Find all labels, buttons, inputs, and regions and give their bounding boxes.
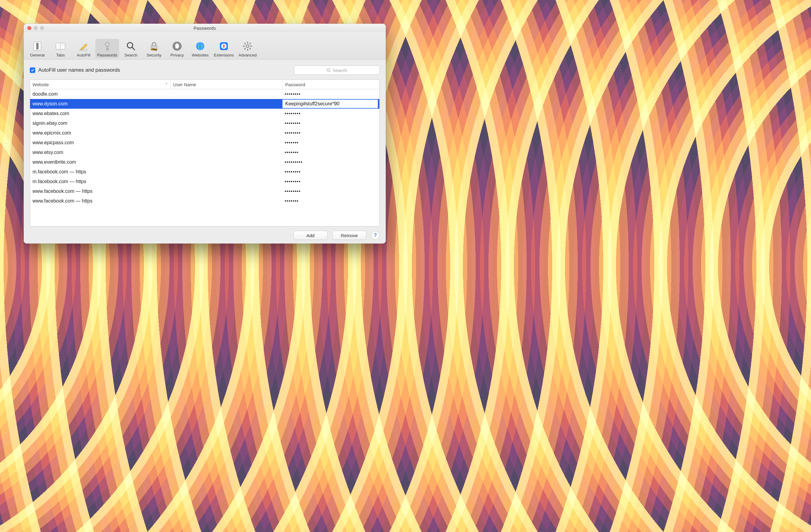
search-input[interactable]: Search — [294, 66, 380, 75]
col-website-label: Website — [32, 82, 49, 87]
tab-label: AutoFill — [77, 53, 90, 58]
cell-website: www.dyson.com — [30, 101, 170, 107]
table-row[interactable]: www.epicpass.com••••••• — [30, 138, 379, 147]
search-icon — [326, 68, 331, 72]
svg-rect-34 — [249, 48, 251, 50]
svg-marker-6 — [80, 44, 87, 50]
svg-line-37 — [330, 71, 331, 72]
autofill-checkbox-row[interactable]: AutoFill user names and passwords — [30, 67, 120, 73]
gear-icon — [242, 40, 254, 52]
cell-password: ••••••• — [282, 150, 379, 155]
svg-rect-31 — [249, 43, 251, 45]
table-row[interactable]: m.facebook.com — https•••••••• — [30, 177, 379, 186]
table-row[interactable]: www.facebook.com — https••••••• — [30, 196, 379, 206]
cell-website: www.facebook.com — https — [30, 198, 170, 204]
table-row[interactable]: doodle.com•••••••• — [30, 89, 379, 99]
tab-extensions[interactable]: Extensions — [212, 39, 236, 58]
col-website[interactable]: Website ⌃ — [30, 80, 171, 89]
tab-tabs[interactable]: —+ Tabs — [49, 39, 72, 58]
svg-rect-29 — [243, 46, 245, 47]
titlebar: Passwords — [24, 24, 386, 32]
table-row[interactable]: www.eventbrite.com••••••••• — [30, 157, 379, 167]
tab-websites[interactable]: Websites — [189, 39, 211, 58]
svg-point-36 — [327, 68, 330, 72]
window-title: Passwords — [24, 26, 386, 31]
cell-website: m.facebook.com — https — [30, 179, 170, 184]
help-button[interactable]: ? — [371, 231, 380, 239]
table-row[interactable]: www.dyson.comKeeping#stuff2secure*90 — [30, 99, 379, 109]
table-row[interactable]: www.ebates.com•••••••• — [30, 109, 379, 119]
pencil-icon — [77, 40, 90, 52]
svg-point-9 — [107, 44, 108, 45]
autofill-checkbox-label: AutoFill user names and passwords — [38, 67, 120, 73]
tab-advanced[interactable]: Advanced — [236, 39, 259, 58]
svg-rect-10 — [107, 46, 108, 50]
tab-label: Search — [124, 53, 138, 58]
svg-rect-11 — [107, 49, 109, 49]
globe-icon — [194, 40, 206, 52]
cell-website: www.eventbrite.com — [30, 159, 170, 165]
footer: Add Remove ? — [30, 226, 380, 240]
tab-autofill[interactable]: AutoFill — [72, 39, 95, 58]
tab-label: Security — [147, 53, 162, 58]
switch-icon — [31, 40, 43, 52]
tab-general[interactable]: General — [26, 39, 49, 58]
svg-rect-33 — [244, 43, 246, 45]
svg-point-35 — [247, 45, 248, 47]
table-row[interactable]: www.etsy.com••••••• — [30, 147, 379, 157]
cell-password: ••••••••• — [282, 159, 379, 165]
col-password[interactable]: Password — [283, 80, 379, 89]
table-row[interactable]: signin.ebay.com•••••••• — [30, 119, 379, 128]
lock-icon — [148, 40, 160, 52]
magnifier-icon — [125, 40, 137, 52]
content-topbar: AutoFill user names and passwords Search — [30, 66, 380, 75]
hand-icon — [171, 40, 183, 52]
table-row[interactable]: m.facebook.com — https•••••••• — [30, 167, 379, 177]
cell-password[interactable]: Keeping#stuff2secure*90 — [282, 99, 378, 108]
col-username[interactable]: User Name — [171, 80, 283, 89]
svg-text:+: + — [62, 43, 64, 46]
tab-privacy[interactable]: Privacy — [166, 39, 188, 58]
svg-text:—: — — [58, 43, 60, 46]
cell-password: ••••••• — [282, 140, 379, 145]
cell-password: •••••••• — [282, 179, 379, 184]
tab-label: Passwords — [97, 53, 117, 58]
autofill-checkbox[interactable] — [30, 67, 35, 73]
search-placeholder: Search — [333, 68, 347, 73]
compass-icon — [218, 40, 230, 52]
col-username-label: User Name — [173, 82, 196, 87]
sort-ascending-icon: ⌃ — [165, 82, 168, 87]
tabs-icon: —+ — [55, 40, 66, 52]
tab-label: Tabs — [56, 53, 65, 58]
svg-rect-32 — [244, 48, 246, 50]
svg-rect-27 — [247, 42, 248, 43]
cell-website: doodle.com — [30, 91, 170, 97]
cell-website: www.facebook.com — https — [30, 189, 170, 194]
table-body: doodle.com••••••••www.dyson.comKeeping#s… — [30, 89, 379, 226]
cell-website: www.epicpass.com — [30, 140, 170, 145]
svg-rect-28 — [247, 49, 248, 51]
col-password-label: Password — [285, 82, 305, 87]
cell-password: •••••••• — [282, 121, 379, 126]
tab-search[interactable]: Search — [120, 39, 142, 58]
remove-button[interactable]: Remove — [332, 231, 366, 240]
table-header: Website ⌃ User Name Password — [30, 80, 379, 89]
tab-label: General — [30, 53, 45, 58]
tab-passwords[interactable]: Passwords — [95, 39, 119, 58]
tab-label: Privacy — [170, 53, 184, 58]
tab-label: Extensions — [214, 53, 234, 58]
table-row[interactable]: www.epicmix.com•••••••• — [30, 128, 379, 138]
table-row[interactable]: www.facebook.com — https•••••••• — [30, 186, 379, 196]
cell-website: signin.ebay.com — [30, 121, 170, 126]
add-button[interactable]: Add — [293, 231, 327, 240]
preferences-window: Passwords General —+ Tabs AutoFill P — [24, 24, 386, 244]
cell-password: •••••••• — [282, 169, 379, 175]
tab-security[interactable]: Security — [143, 39, 165, 58]
cell-password: •••••••• — [282, 111, 379, 116]
cell-website: www.etsy.com — [30, 150, 170, 155]
cell-website: m.facebook.com — https — [30, 169, 170, 175]
content-area: AutoFill user names and passwords Search… — [24, 60, 386, 244]
cell-password: •••••••• — [282, 189, 379, 194]
passwords-table: Website ⌃ User Name Password doodle.com•… — [30, 80, 380, 226]
cell-website: www.epicmix.com — [30, 130, 170, 136]
